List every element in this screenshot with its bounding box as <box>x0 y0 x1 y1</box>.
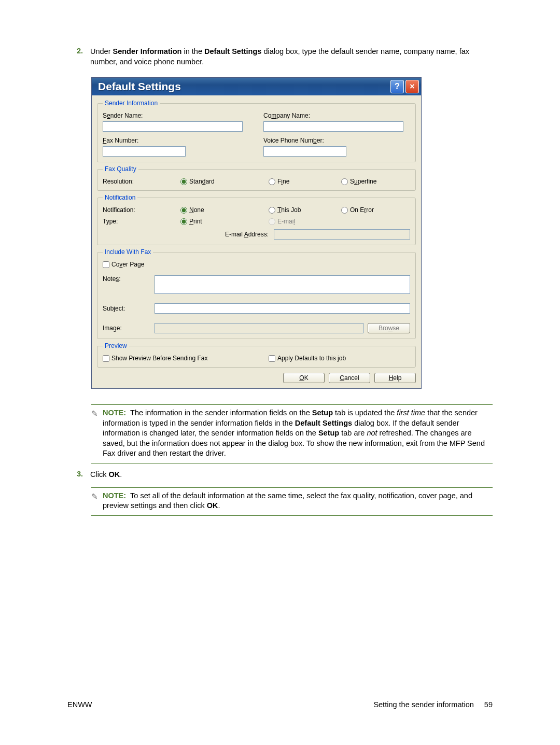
label-cover-page: Cover Page <box>111 261 144 268</box>
label-image: Image: <box>103 325 122 332</box>
radio-fine[interactable] <box>269 178 275 185</box>
note-2-text: NOTE:To set all of the default informati… <box>103 491 493 511</box>
company-name-input[interactable] <box>263 121 403 132</box>
checkbox-show-preview[interactable] <box>103 355 109 362</box>
dialog-body: Sender Information Sender Name: Company … <box>92 95 421 388</box>
radio-on-error[interactable] <box>341 207 348 214</box>
label-email-address: E-mail Address: <box>225 231 269 238</box>
radio-none[interactable] <box>180 207 187 214</box>
footer-right: Setting the sender information 59 <box>373 700 493 709</box>
step-3-number: 3. <box>67 470 90 480</box>
page-footer: ENWW Setting the sender information 59 <box>67 700 493 709</box>
group-preview: Preview Show Preview Before Sending Fax … <box>97 342 416 368</box>
browse-button: Browse <box>368 323 410 333</box>
label-voice-phone: Voice Phone Number: <box>263 137 324 144</box>
notes-input[interactable] <box>155 275 410 294</box>
label-company-name: Company Name: <box>263 112 310 119</box>
label-type: Type: <box>103 218 118 225</box>
label-show-preview: Show Preview Before Sending Fax <box>111 355 207 362</box>
label-print: Print <box>189 218 202 225</box>
legend-notification: Notification <box>103 194 137 201</box>
note-icon: ✎ <box>91 491 101 502</box>
step-2-text: Under Sender Information in the Default … <box>90 47 493 67</box>
step-3-text: Click OK. <box>90 470 493 480</box>
dialog-title: Default Settings <box>98 80 389 93</box>
label-standard: Standard <box>189 178 215 185</box>
note-icon: ✎ <box>91 408 101 419</box>
label-email: E-mail <box>277 218 295 225</box>
help-icon[interactable]: ? <box>390 80 404 93</box>
group-notification: Notification Notification: None This Job… <box>97 194 416 245</box>
cancel-button[interactable]: Cancel <box>329 373 370 383</box>
label-superfine: Superfine <box>350 178 376 185</box>
step-3: 3. Click OK. <box>67 470 493 480</box>
radio-this-job[interactable] <box>269 207 275 214</box>
checkbox-apply-defaults[interactable] <box>269 355 275 362</box>
group-sender-information: Sender Information Sender Name: Company … <box>97 100 416 162</box>
label-resolution: Resolution: <box>103 178 134 185</box>
checkbox-cover-page[interactable] <box>103 261 109 268</box>
default-settings-dialog: Default Settings ? × Sender Information … <box>91 77 422 389</box>
group-fax-quality: Fax Quality Resolution: Standard Fine Su… <box>97 165 416 191</box>
page-number: 59 <box>484 700 493 709</box>
help-button[interactable]: Help <box>374 373 416 383</box>
dialog-button-row: OK Cancel Help <box>97 371 416 383</box>
note-1-text: NOTE:The information in the sender infor… <box>103 408 493 459</box>
page: 2. Under Sender Information in the Defau… <box>0 0 560 745</box>
label-none: None <box>189 206 204 214</box>
step-2-number: 2. <box>67 47 90 67</box>
voice-phone-input[interactable] <box>263 146 346 157</box>
label-notes: Notes: <box>103 275 121 283</box>
label-fine: Fine <box>277 178 289 185</box>
label-this-job: This Job <box>277 206 301 214</box>
sender-name-input[interactable] <box>103 121 243 132</box>
ok-button[interactable]: OK <box>283 373 325 383</box>
radio-superfine[interactable] <box>341 178 348 185</box>
label-apply-defaults: Apply Defaults to this job <box>277 355 346 362</box>
titlebar: Default Settings ? × <box>92 78 421 95</box>
legend-sender-information: Sender Information <box>103 100 160 107</box>
legend-fax-quality: Fax Quality <box>103 165 138 173</box>
label-subject: Subject: <box>103 305 125 312</box>
email-address-input <box>274 229 410 240</box>
image-input <box>155 323 363 333</box>
label-sender-name: Sender Name: <box>103 112 143 119</box>
radio-print[interactable] <box>180 218 187 225</box>
note-2: ✎ NOTE:To set all of the default informa… <box>91 487 493 516</box>
legend-preview: Preview <box>103 342 129 349</box>
step-2: 2. Under Sender Information in the Defau… <box>67 47 493 67</box>
fax-number-input[interactable] <box>103 146 186 157</box>
label-fax-number: Fax Number: <box>103 137 138 144</box>
group-include-with-fax: Include With Fax Cover Page Notes: Subje… <box>97 248 416 339</box>
radio-standard[interactable] <box>180 178 187 185</box>
dialog-wrap: Default Settings ? × Sender Information … <box>91 77 493 389</box>
note-1: ✎ NOTE:The information in the sender inf… <box>91 404 493 463</box>
legend-include-with-fax: Include With Fax <box>103 248 153 256</box>
subject-input[interactable] <box>155 303 410 314</box>
footer-left: ENWW <box>67 700 92 709</box>
label-on-error: On Error <box>350 206 374 214</box>
close-icon[interactable]: × <box>405 80 419 93</box>
radio-email <box>269 218 275 225</box>
label-notification: Notification: <box>103 206 135 214</box>
